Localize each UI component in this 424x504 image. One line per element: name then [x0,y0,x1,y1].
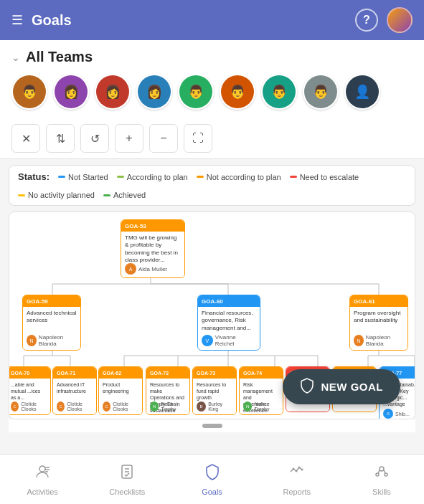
checklists-icon [118,463,136,485]
goal-footer [333,407,376,412]
fit-button[interactable]: ⛶ [184,124,212,153]
owner-name: Shib... [395,412,410,417]
team-avatar[interactable]: 👩 [136,74,172,110]
hamburger-icon[interactable]: ☰ [11,12,23,28]
goal-node-goa73[interactable]: GOA-73 Resources to fund rapid growth B … [192,366,237,415]
app-header: ☰ Goals ? [0,0,424,40]
nav-activities[interactable]: Activities [0,455,85,504]
team-avatar[interactable]: 👨 [220,74,255,110]
reports-label: Reports [283,488,311,496]
goal-text: Resources to make Operations and Supply … [146,379,189,400]
team-avatar[interactable]: 👨 [178,74,214,110]
status-achieved: Achieved [103,191,146,199]
goal-footer: C Clotide Clooks [53,400,96,414]
goal-node-goa59[interactable]: GOA-59 Advanced technical services N Nap… [22,295,81,351]
achieved-label: Achieved [113,191,146,199]
goal-node-goa70[interactable]: GOA-70 ...able and mutual ...ices as a..… [9,366,51,415]
goal-text: Advanced technical services [23,307,80,333]
goal-text: Program oversight and sustainability [350,307,407,333]
according-dot [117,176,124,178]
team-avatar[interactable]: 👩 [53,74,89,110]
goal-footer: B Burley King [193,400,236,414]
goal-footer [286,407,329,412]
goal-node-goa62[interactable]: GOA-62 Product engineering C Clotide Clo… [98,366,143,415]
goal-text: TMG will be growing & profitable by beco… [121,232,184,262]
activities-icon [34,463,51,485]
owner-avatar: N [354,335,364,346]
collapse-button[interactable]: ✕ [11,124,40,153]
goal-footer: C Clotide Clooks [99,400,142,414]
owner-name: Vivanne Reichel [215,334,256,347]
refresh-button[interactable]: ↺ [80,124,109,153]
owner-name: Nella Torphy [161,401,186,412]
goal-footer: V Vivanne Reichel [198,333,260,350]
zoom-out-button[interactable]: − [149,124,178,153]
svg-point-32 [298,466,300,468]
goal-text: Product engineering [99,379,142,400]
according-label: According to plan [127,173,188,181]
owner-name: Nella Torphy [254,401,279,412]
escalate-dot [290,176,297,178]
status-escalate: Need to escalate [290,173,359,181]
team-avatar[interactable]: 👨 [11,74,47,110]
goal-id: GOA-61 [350,295,407,307]
team-avatar[interactable]: 👩 [95,74,131,110]
owner-name: Napoleon Blanda [366,334,404,347]
goal-node-goa74[interactable]: GOA-74 Risk management and governance ex… [239,366,283,415]
team-avatar[interactable]: 👨 [261,74,297,110]
help-button[interactable]: ? [355,9,378,32]
team-header: ⌄ All Teams [11,49,413,65]
svg-point-36 [385,473,387,476]
zoom-in-button[interactable]: + [115,124,143,153]
goal-node-goa72[interactable]: GOA-72 Resources to make Operations and … [146,366,190,415]
goal-node-goa60[interactable]: GOA-60 Financial resources, governance, … [197,295,260,351]
goal-footer: C Clotide Clooks [9,400,50,414]
nav-reports[interactable]: Reports [255,455,339,504]
goals-canvas[interactable]: GOA-53 TMG will be growing & profitable … [9,211,415,419]
goal-node-goa61[interactable]: GOA-61 Program oversight and sustainabil… [349,295,408,351]
owner-name: Clotide Clooks [67,401,93,412]
status-label: Status: [18,171,50,182]
goal-node-goa53[interactable]: GOA-53 TMG will be growing & profitable … [121,219,185,278]
goal-footer: S Shib... [380,407,415,419]
goals-label: Goals [202,488,222,496]
not-according-label: Not according to plan [207,173,281,181]
goal-node-goa71[interactable]: GOA-71 Advanced IT infrastructure C Clot… [52,366,97,415]
chevron-down-icon[interactable]: ⌄ [11,52,20,63]
team-avatar[interactable]: 👤 [344,74,380,110]
avatars-row: 👨 👩 👩 👩 👨 👨 👨 👨 👤 [11,74,413,118]
new-goal-label: NEW GOAL [321,381,384,393]
avatar-image [388,9,411,32]
not-started-dot [58,176,65,178]
owner-avatar: C [11,401,19,412]
activities-label: Activities [27,488,57,496]
owner-avatar: B [197,401,206,412]
svg-point-23 [39,466,45,472]
goals-icon [204,463,221,485]
header-right: ? [355,7,413,33]
team-section: ⌄ All Teams 👨 👩 👩 👩 👨 👨 👨 👨 👤 [0,40,424,118]
new-goal-button[interactable]: NEW GOAL [283,369,401,404]
nav-goals[interactable]: Goals [169,455,254,504]
status-not-according: Not according to plan [197,173,281,181]
svg-point-31 [295,470,297,472]
owner-avatar: N [27,335,37,346]
status-bar: Status: Not Started According to plan No… [9,165,415,206]
goal-id: GOA-72 [146,367,189,379]
checklists-label: Checklists [109,488,145,496]
owner-avatar: A [125,263,136,275]
status-according: According to plan [117,173,188,181]
nav-skills[interactable]: Skills [339,455,424,504]
team-avatar[interactable]: 👨 [303,74,339,110]
avatar[interactable] [387,7,413,33]
expand-button[interactable]: ⇅ [46,124,75,153]
owner-avatar: S [383,409,393,419]
not-according-dot [197,176,204,178]
owner-avatar: C [57,401,65,412]
no-activity-dot [18,194,25,196]
owner-name: Napoleon Blanda [39,334,77,347]
nav-checklists[interactable]: Checklists [85,455,169,504]
reports-icon [288,463,306,485]
no-activity-label: No activity planned [28,191,95,199]
goal-text: Advanced IT infrastructure [53,379,96,400]
